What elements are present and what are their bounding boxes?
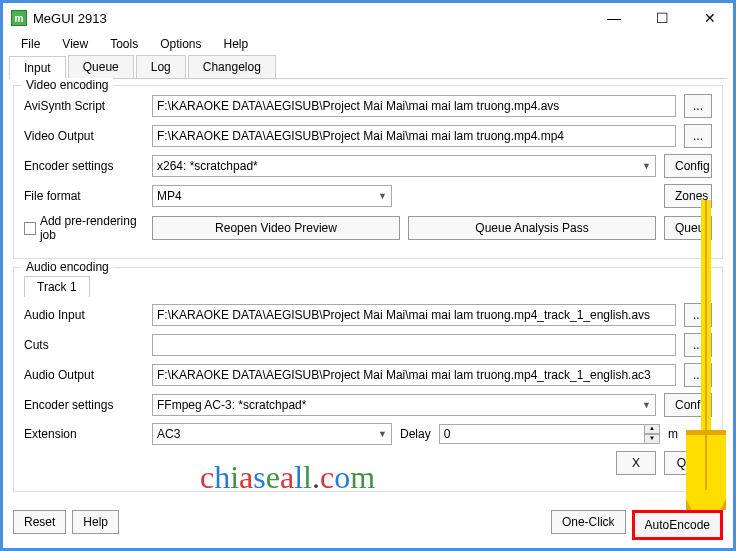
audio-encoder-value: FFmpeg AC-3: *scratchpad*: [157, 398, 306, 412]
file-format-value: MP4: [157, 189, 182, 203]
window-title: MeGUI 2913: [33, 11, 599, 26]
zones-button[interactable]: Zones: [664, 184, 712, 208]
video-encoder-select[interactable]: x264: *scratchpad* ▼: [152, 155, 656, 177]
ms-label: m: [668, 427, 712, 441]
audio-output-browse-button[interactable]: ...: [684, 363, 712, 387]
video-encoder-value: x264: *scratchpad*: [157, 159, 258, 173]
audio-remove-button[interactable]: X: [616, 451, 656, 475]
extension-value: AC3: [157, 427, 180, 441]
menu-help[interactable]: Help: [214, 35, 259, 53]
cuts-browse-button[interactable]: ...: [684, 333, 712, 357]
delay-up-button[interactable]: ▲: [644, 424, 660, 434]
audio-encoder-label: Encoder settings: [24, 398, 144, 412]
avisynth-label: AviSynth Script: [24, 99, 144, 113]
chevron-down-icon: ▼: [642, 161, 651, 171]
autoencode-button[interactable]: AutoEncode: [635, 513, 720, 537]
audio-config-button[interactable]: Config: [664, 393, 712, 417]
video-output-browse-button[interactable]: ...: [684, 124, 712, 148]
cuts-label: Cuts: [24, 338, 144, 352]
tab-track1[interactable]: Track 1: [24, 276, 90, 297]
maximize-button[interactable]: ☐: [647, 10, 677, 26]
audio-input-field[interactable]: [152, 304, 676, 326]
cuts-input[interactable]: [152, 334, 676, 356]
help-button[interactable]: Help: [72, 510, 119, 534]
app-icon: m: [11, 10, 27, 26]
menu-view[interactable]: View: [52, 35, 98, 53]
audio-input-label: Audio Input: [24, 308, 144, 322]
prerender-label: Add pre-rendering job: [40, 214, 144, 242]
titlebar: m MeGUI 2913 — ☐ ✕: [3, 3, 733, 33]
video-output-input[interactable]: [152, 125, 676, 147]
delay-label: Delay: [400, 427, 431, 441]
reopen-preview-button[interactable]: Reopen Video Preview: [152, 216, 400, 240]
chevron-down-icon: ▼: [642, 400, 651, 410]
close-button[interactable]: ✕: [695, 10, 725, 26]
audio-input-browse-button[interactable]: ...: [684, 303, 712, 327]
avisynth-input[interactable]: [152, 95, 676, 117]
video-queue-button[interactable]: Queue: [664, 216, 712, 240]
video-config-button[interactable]: Config: [664, 154, 712, 178]
queue-analysis-button[interactable]: Queue Analysis Pass: [408, 216, 656, 240]
tab-queue[interactable]: Queue: [68, 55, 134, 78]
menubar: File View Tools Options Help: [3, 33, 733, 55]
menu-file[interactable]: File: [11, 35, 50, 53]
minimize-button[interactable]: —: [599, 10, 629, 26]
audio-output-field[interactable]: [152, 364, 676, 386]
video-encoding-group: Video encoding AviSynth Script ... Video…: [13, 85, 723, 259]
audio-output-label: Audio Output: [24, 368, 144, 382]
oneclick-button[interactable]: One-Click: [551, 510, 626, 534]
prerender-checkbox[interactable]: [24, 222, 36, 235]
menu-tools[interactable]: Tools: [100, 35, 148, 53]
audio-queue-button[interactable]: Que: [664, 451, 712, 475]
tab-input[interactable]: Input: [9, 56, 66, 79]
audio-legend: Audio encoding: [22, 260, 113, 274]
bottom-bar: Reset Help One-Click AutoEncode: [3, 506, 733, 548]
avisynth-browse-button[interactable]: ...: [684, 94, 712, 118]
autoencode-highlight: AutoEncode: [632, 510, 723, 540]
chevron-down-icon: ▼: [378, 191, 387, 201]
extension-select[interactable]: AC3 ▼: [152, 423, 392, 445]
audio-encoding-group: Audio encoding Track 1 Audio Input ... C…: [13, 267, 723, 492]
tab-log[interactable]: Log: [136, 55, 186, 78]
file-format-label: File format: [24, 189, 144, 203]
delay-input[interactable]: [439, 424, 644, 444]
reset-button[interactable]: Reset: [13, 510, 66, 534]
menu-options[interactable]: Options: [150, 35, 211, 53]
video-legend: Video encoding: [22, 78, 113, 92]
audio-encoder-select[interactable]: FFmpeg AC-3: *scratchpad* ▼: [152, 394, 656, 416]
file-format-select[interactable]: MP4 ▼: [152, 185, 392, 207]
extension-label: Extension: [24, 427, 144, 441]
main-tabs: Input Queue Log Changelog: [9, 55, 727, 79]
tab-changelog[interactable]: Changelog: [188, 55, 276, 78]
video-encoder-label: Encoder settings: [24, 159, 144, 173]
video-output-label: Video Output: [24, 129, 144, 143]
chevron-down-icon: ▼: [378, 429, 387, 439]
delay-down-button[interactable]: ▼: [644, 434, 660, 444]
